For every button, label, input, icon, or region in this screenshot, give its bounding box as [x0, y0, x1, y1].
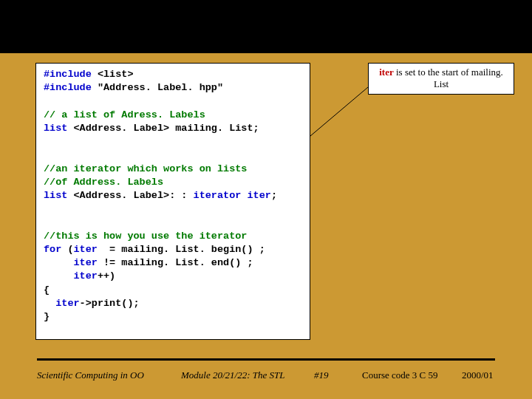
code-text: != mailing. List. end() ; — [98, 257, 253, 268]
kw-list: list — [44, 190, 74, 201]
var-iter: iter — [74, 244, 98, 255]
code-text: "Address. Label. hpp" — [92, 82, 223, 93]
var-iter: iter — [55, 298, 79, 309]
kw-for: for — [44, 244, 67, 255]
code-text: <Address. Label> mailing. List; — [74, 123, 259, 134]
code-text: = mailing. List. begin() ; — [98, 244, 265, 255]
comment: //this is how you use the iterator — [44, 231, 247, 242]
var-iter: iter — [241, 190, 271, 201]
code-text — [44, 257, 74, 268]
code-text: ( — [67, 244, 73, 255]
footer-divider — [37, 358, 495, 361]
kw-include: #include — [44, 69, 92, 80]
code-listing: #include <list> #include "Address. Label… — [35, 63, 310, 340]
code-text: ; — [271, 190, 277, 201]
var-iter: iter — [74, 270, 98, 282]
footer-year: 2000/01 — [462, 369, 494, 381]
code-text: } — [44, 311, 50, 322]
code-text — [44, 298, 55, 309]
comment: //of Address. Labels — [44, 177, 163, 188]
footer-page: #19 — [314, 369, 329, 381]
code-text: ++) — [98, 270, 115, 282]
footer-course: Course code 3 C 59 — [362, 369, 438, 381]
kw-iterator: iterator — [194, 190, 242, 201]
code-text: ->print(); — [80, 298, 140, 309]
title-bar — [0, 0, 532, 53]
code-text: <Address. Label>: : — [74, 190, 194, 201]
var-iter: iter — [74, 257, 98, 268]
callout-box: iter is set to the start of mailing. Lis… — [368, 63, 514, 95]
callout-iter: iter — [379, 66, 393, 78]
comment: // a list of Adress. Labels — [44, 109, 205, 120]
footer-module: Module 20/21/22: The STL — [181, 369, 284, 381]
code-text: { — [44, 284, 50, 296]
callout-text: is set to the start of mailing. List — [394, 66, 503, 89]
code-text — [44, 270, 74, 282]
kw-list: list — [44, 123, 74, 134]
kw-include: #include — [44, 82, 92, 93]
code-text: <list> — [92, 69, 134, 80]
comment: //an iterator which works on lists — [44, 163, 247, 174]
footer-left: Scientific Computing in OO — [37, 369, 144, 381]
